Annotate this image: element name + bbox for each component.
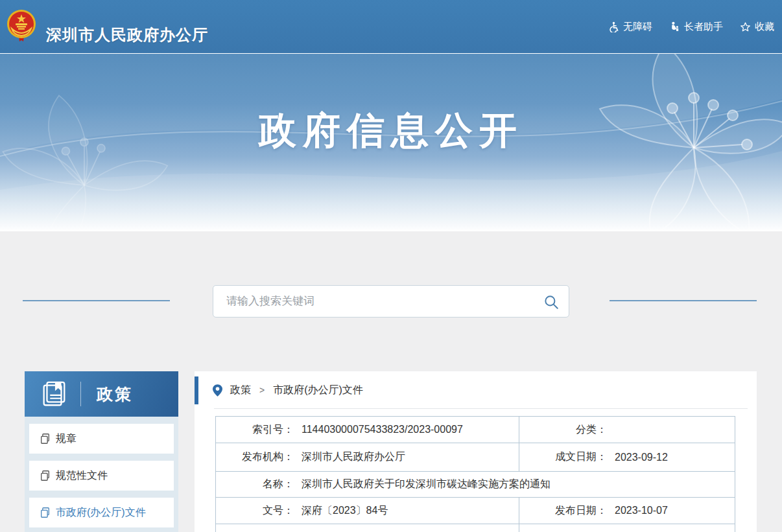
field-label-date-written: 成文日期： [519,450,607,464]
field-label-index: 索引号： [216,423,294,437]
star-icon [740,21,751,32]
field-label-name: 名称： [216,478,294,491]
field-value-agency: 深圳市人民政府办公厅 [302,450,405,464]
table-row: 名称： 深圳市人民政府关于印发深圳市碳达峰实施方案的通知 [216,472,735,498]
document-metadata-table: 索引号： 114403000075433823/2023-00097 分类： 发… [215,416,735,532]
elder-assist-icon [669,21,680,32]
field-value-date-published: 2023-10-07 [615,505,668,516]
sidebar-header: 政策 [25,371,178,417]
book-icon [39,379,69,409]
accessibility-link[interactable]: 无障碍 [608,21,652,33]
sidebar-title: 政策 [97,384,133,405]
field-label-category: 分类： [519,423,607,437]
table-row: 索引号： 114403000075433823/2023-00097 分类： [216,417,735,443]
page-title: 政府信息公开 [0,106,782,156]
favorite-label: 收藏 [755,21,774,33]
field-value-date-written: 2023-09-12 [615,452,668,463]
sidebar-item-label: 市政府(办公厅)文件 [56,506,146,520]
breadcrumb-item-current[interactable]: 市政府(办公厅)文件 [273,384,363,397]
site-logo[interactable]: 深圳市人民政府办公厅 [6,9,37,43]
breadcrumb-item-policy[interactable]: 政策 [230,384,251,397]
field-value-name: 深圳市人民政府关于印发深圳市碳达峰实施方案的通知 [302,478,551,491]
field-label-date-published: 发布日期： [519,504,607,518]
field-label-doc-number: 文号： [216,504,294,518]
page-banner: 政府信息公开 [0,53,782,231]
elder-assist-label: 长者助手 [684,21,723,33]
policy-sidebar: 政策 规章 规范性文件 市政府(办公厅)文件 [25,371,178,532]
elder-assist-link[interactable]: 长者助手 [669,21,723,33]
decorative-line-right [610,300,757,301]
sidebar-item-municipal-government-documents[interactable]: 市政府(办公厅)文件 [29,498,174,527]
document-icon [40,507,50,518]
header-utility-links: 无障碍 长者助手 收藏 [608,0,774,53]
location-pin-icon [213,384,222,397]
sidebar-item-normative-documents[interactable]: 规范性文件 [29,461,174,491]
top-header-bar: 深圳市人民政府办公厅 无障碍 长者助手 [0,0,782,53]
sidebar-item-label: 规章 [56,432,77,446]
favorite-link[interactable]: 收藏 [740,21,774,33]
accessibility-label: 无障碍 [623,21,652,33]
sidebar-item-label: 规范性文件 [56,469,108,483]
decorative-line-left [23,300,170,301]
table-row [216,524,735,532]
search-box [213,285,569,318]
sidebar-header-divider [80,382,81,406]
breadcrumb-separator: > [259,385,265,395]
content-panel: 政策 > 市政府(办公厅)文件 索引号： 114403000075433823/… [195,371,757,532]
search-icon [543,294,560,310]
document-icon [40,470,50,481]
site-title[interactable]: 深圳市人民政府办公厅 [46,9,208,62]
sidebar-item-regulations[interactable]: 规章 [29,424,174,454]
field-value-index: 114403000075433823/2023-00097 [302,424,463,435]
wheelchair-icon [608,21,619,32]
search-button[interactable] [543,294,560,310]
field-label-agency: 发布机构： [216,450,294,464]
national-emblem-icon [6,9,37,43]
breadcrumb: 政策 > 市政府(办公厅)文件 [195,371,757,409]
table-row: 文号： 深府〔2023〕84号 发布日期： 2023-10-07 [216,498,735,524]
page: 深圳市人民政府办公厅 无障碍 长者助手 [0,0,782,532]
document-icon [40,434,50,444]
table-row: 发布机构： 深圳市人民政府办公厅 成文日期： 2023-09-12 [216,443,735,472]
search-input[interactable] [213,286,569,317]
field-value-doc-number: 深府〔2023〕84号 [302,504,388,518]
